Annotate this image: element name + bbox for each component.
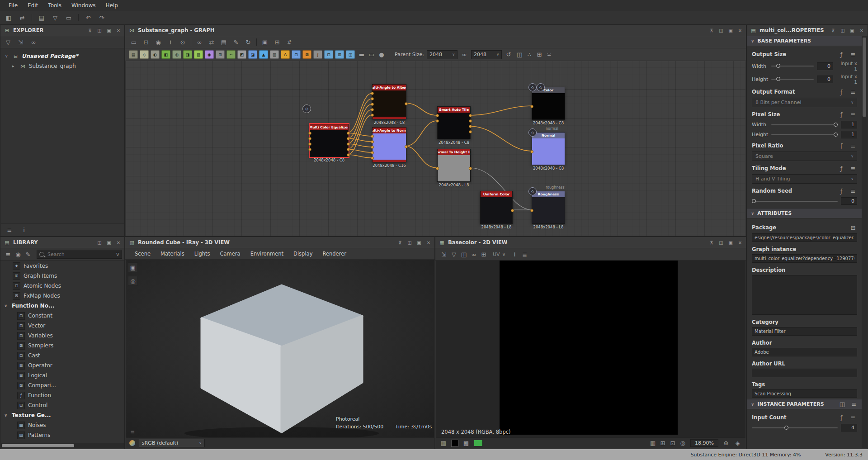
export-icon[interactable]: ▭ — [65, 14, 73, 22]
undo-icon[interactable]: ↶ — [84, 14, 92, 22]
grid-icon[interactable]: ▦ — [649, 439, 657, 447]
float-icon[interactable]: ◫ — [718, 240, 724, 245]
menu-item-tools[interactable]: Tools — [43, 1, 66, 10]
save-icon[interactable]: ▽ — [4, 38, 12, 46]
input-count-value[interactable]: 4 — [841, 424, 857, 432]
slider-knob[interactable] — [752, 199, 756, 203]
node-reference-badge[interactable]: ⊙ — [302, 104, 311, 113]
link-icon[interactable]: ∞ — [470, 250, 478, 258]
pixel-height-slider[interactable] — [771, 134, 838, 135]
graph-instance-field[interactable] — [752, 254, 857, 263]
output-port[interactable] — [405, 102, 408, 105]
input-port[interactable] — [371, 146, 374, 149]
close-icon[interactable]: × — [737, 28, 743, 33]
author-field[interactable] — [752, 348, 857, 356]
pixel-ratio-dropdown[interactable]: Square ∨ — [752, 152, 857, 161]
distance-node-button[interactable]: ⊟ — [324, 50, 333, 59]
graph-node-multi-angle-to-normal[interactable]: Multi-Angle to Normal2048x2048 - C16 — [372, 127, 406, 162]
input-port[interactable] — [530, 150, 533, 153]
library-item-atomic-nodes[interactable]: ⊟Atomic Nodes — [1, 281, 124, 291]
filter-icon[interactable]: ∇ — [116, 252, 119, 257]
blend-node-button[interactable]: ◧ — [161, 50, 170, 59]
folder-icon[interactable]: ⊟ — [849, 223, 857, 232]
zoom-reset-icon[interactable]: ⊕ — [722, 439, 730, 447]
library-item-variables[interactable]: ⊟Variables — [1, 331, 124, 341]
maximize-icon[interactable]: ▣ — [728, 240, 733, 245]
link-icon[interactable]: ∞ — [195, 38, 203, 46]
copy-icon[interactable]: ◫ — [460, 250, 468, 258]
horizontal-scrollbar[interactable] — [1, 443, 124, 448]
histogram-scan-node-button[interactable]: ▥ — [270, 50, 279, 59]
library-item-graph-items[interactable]: ⊞Graph Items — [1, 271, 124, 281]
view3d-viewport[interactable]: ▣◎ ≡ Photoreal Iterations: 500/500 Time:… — [126, 259, 434, 438]
pin-icon[interactable]: ⊼ — [397, 240, 403, 245]
snap-icon[interactable]: # — [285, 38, 293, 46]
dependencies-icon[interactable]: ◫ — [515, 51, 524, 59]
library-item-noises[interactable]: ▩Noises — [1, 420, 124, 430]
input-port[interactable] — [436, 119, 439, 123]
options-icon[interactable]: ≡ — [849, 187, 857, 195]
light-icon[interactable]: ◎ — [128, 276, 138, 286]
list-icon[interactable]: ≡ — [4, 250, 12, 258]
input-port[interactable] — [530, 105, 533, 108]
display-options-icon[interactable]: ▣ — [261, 38, 269, 46]
input-port[interactable] — [308, 142, 311, 146]
maximize-icon[interactable]: ▣ — [106, 28, 112, 33]
close-icon[interactable]: × — [116, 28, 121, 33]
output-format-dropdown[interactable]: 8 Bits per Channel ∨ — [752, 98, 857, 107]
tiles-icon[interactable]: ⊞ — [480, 250, 488, 258]
graph-node-multi-color-equalizer[interactable]: Multi Color Equalizer2048x2048 - C8⊙ — [310, 124, 349, 157]
v3menu-item-camera[interactable]: Camera — [216, 249, 244, 258]
output-port[interactable] — [347, 142, 350, 146]
input-count-slider[interactable] — [752, 427, 838, 428]
output-port[interactable] — [347, 137, 350, 140]
chevron-down-icon[interactable]: ∨ — [4, 413, 9, 417]
output-port[interactable] — [405, 145, 408, 148]
colorspace-dropdown[interactable]: sRGB (default) ∨ — [139, 439, 205, 447]
float-icon[interactable]: ◫ — [840, 28, 845, 33]
tiling-mode-dropdown[interactable]: H and V Tiling ∨ — [752, 174, 857, 184]
pin-icon[interactable]: ⊼ — [830, 28, 836, 33]
curve-node-button[interactable]: ~ — [226, 50, 236, 59]
input-port[interactable] — [371, 156, 374, 160]
library-item-vector[interactable]: ⊞Vector — [1, 321, 124, 331]
v3menu-item-display[interactable]: Display — [289, 249, 316, 258]
width-slider[interactable] — [771, 66, 814, 66]
edit-icon[interactable]: ✎ — [232, 38, 240, 46]
float-icon[interactable]: ◫ — [97, 240, 102, 245]
scene-tree-icon[interactable]: ≡ — [128, 428, 137, 436]
v3menu-item-materials[interactable]: Materials — [156, 249, 189, 258]
library-item-function[interactable]: ƒFunction — [1, 390, 124, 400]
uv-dropdown[interactable]: UV ∨ — [493, 251, 506, 257]
menu-item-edit[interactable]: Edit — [23, 1, 43, 10]
frame-icon[interactable]: ▭ — [368, 51, 376, 59]
hierarchy-icon[interactable]: ≡ — [5, 226, 14, 234]
function-icon[interactable]: ƒ — [837, 413, 845, 422]
search-box[interactable]: ∇ — [37, 250, 122, 259]
text-node-button[interactable]: A — [281, 50, 290, 59]
v3menu-item-lights[interactable]: Lights — [190, 249, 214, 258]
zoom-level[interactable]: 18.90% — [690, 439, 718, 447]
graph-node-roughness[interactable]: Roughness2048x2048 - L8◇roughness — [532, 191, 565, 224]
maximize-icon[interactable]: ▣ — [416, 240, 422, 245]
library-item-patterns[interactable]: ▨Patterns — [1, 430, 124, 440]
random-seed-value[interactable]: 0 — [841, 197, 857, 205]
graph-node-smart-auto-tile[interactable]: Smart Auto Tile2048x2048 - C8 — [437, 106, 471, 139]
float-icon[interactable]: ◫ — [407, 240, 412, 245]
output-port[interactable] — [511, 209, 514, 212]
export-icon[interactable]: ⇲ — [440, 250, 448, 258]
refresh-icon[interactable]: ↻ — [244, 38, 252, 46]
frame-all-icon[interactable]: ▭ — [130, 38, 138, 46]
float-icon[interactable]: ◫ — [718, 28, 724, 33]
redo-icon[interactable]: ↷ — [98, 14, 106, 22]
slider-knob[interactable] — [834, 133, 838, 137]
slider-knob[interactable] — [834, 123, 838, 127]
library-item-samplers[interactable]: ⊠Samplers — [1, 341, 124, 351]
pixel-ratio-icon[interactable]: ◎ — [679, 439, 687, 447]
library-item-operator[interactable]: ⊞Operator — [1, 360, 124, 370]
close-icon[interactable]: × — [426, 240, 431, 245]
options-icon[interactable]: ≡ — [849, 110, 857, 119]
graph-node-normal-to-height-hq[interactable]: Normal To Height HQ2048x2048 - L8 — [437, 149, 471, 182]
input-port[interactable] — [371, 97, 374, 100]
output-port[interactable] — [469, 125, 472, 128]
